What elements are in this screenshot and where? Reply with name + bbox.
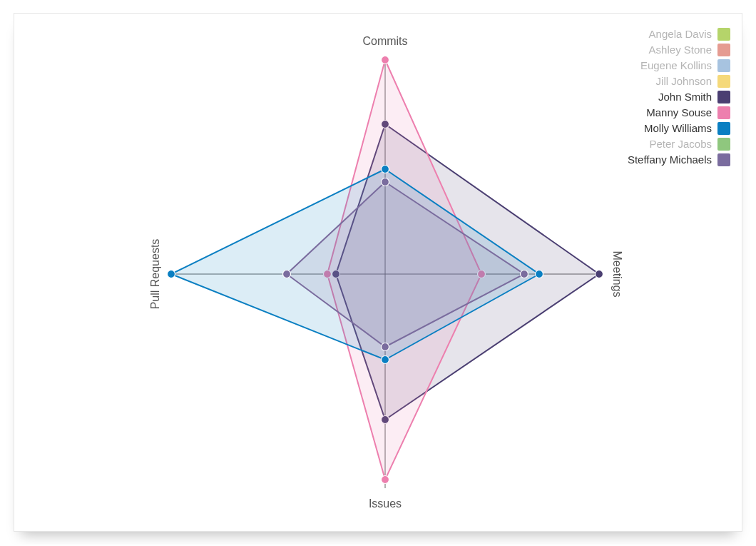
axis-label-meetings: Meetings — [611, 251, 623, 298]
series-point — [382, 476, 389, 484]
legend-swatch — [717, 153, 730, 166]
legend-item-steffany-michaels[interactable]: Steffany Michaels — [628, 152, 730, 168]
series-point — [382, 343, 389, 351]
legend-swatch — [717, 106, 730, 119]
legend-swatch — [717, 59, 730, 72]
legend-item-jill-johnson[interactable]: Jill Johnson — [628, 74, 730, 89]
series-point — [596, 271, 603, 278]
legend-swatch — [717, 44, 730, 56]
legend-swatch — [717, 91, 730, 103]
legend-item-molly-williams[interactable]: Molly Williams — [628, 121, 730, 136]
axis-label-commits: Commits — [362, 35, 407, 47]
legend-label: John Smith — [658, 89, 712, 105]
legend-item-angela-davis[interactable]: Angela Davis — [628, 26, 730, 42]
series-point — [382, 178, 389, 186]
legend-label: Angela Davis — [649, 26, 712, 42]
legend-label: Manny Souse — [646, 105, 712, 121]
series-point — [382, 356, 389, 364]
legend-swatch — [717, 28, 730, 41]
axis-label-pull-requests: Pull Requests — [149, 239, 161, 310]
axis-label-issues: Issues — [369, 497, 402, 510]
legend-label: Eugene Kollins — [640, 58, 712, 74]
series-point — [521, 271, 528, 278]
legend-label: Peter Jacobs — [649, 136, 712, 152]
series-point — [536, 271, 543, 278]
legend-label: Jill Johnson — [656, 74, 712, 89]
series-point — [382, 166, 389, 173]
legend-label: Molly Williams — [644, 121, 712, 136]
legend-swatch — [717, 75, 730, 88]
legend-label: Ashley Stone — [649, 42, 712, 58]
legend-swatch — [717, 122, 730, 135]
legend-item-john-smith[interactable]: John Smith — [628, 89, 730, 105]
legend-swatch — [717, 138, 730, 151]
legend-item-manny-souse[interactable]: Manny Souse — [628, 105, 730, 121]
legend-item-ashley-stone[interactable]: Ashley Stone — [628, 42, 730, 58]
legend-label: Steffany Michaels — [628, 152, 712, 168]
legend-item-eugene-kollins[interactable]: Eugene Kollins — [628, 58, 730, 74]
series-point — [283, 271, 291, 278]
legend-item-peter-jacobs[interactable]: Peter Jacobs — [628, 136, 730, 152]
series-point — [168, 271, 175, 278]
chart-card: CommitsMeetingsIssuesPull Requests Angel… — [14, 13, 742, 532]
series-point — [382, 56, 389, 64]
legend: Angela DavisAshley StoneEugene KollinsJi… — [628, 26, 730, 168]
